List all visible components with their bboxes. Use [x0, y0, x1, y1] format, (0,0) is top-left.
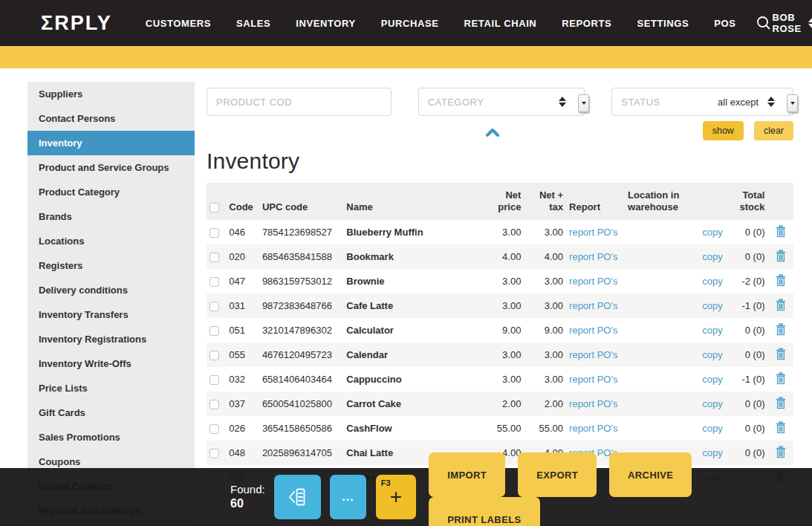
row-checkbox[interactable] [210, 400, 219, 409]
collapse-filters-icon[interactable] [207, 128, 779, 137]
row-checkbox[interactable] [210, 351, 219, 360]
stepper-icon[interactable] [559, 97, 566, 107]
nav-item-reports[interactable]: REPORTS [555, 10, 618, 36]
delete-icon[interactable] [775, 348, 787, 360]
row-checkbox[interactable] [210, 424, 219, 434]
pos-link[interactable]: PO's [597, 251, 618, 262]
sidebar-item-inventory-registrations[interactable]: Inventory Registrations [27, 327, 195, 351]
row-checkbox[interactable] [210, 449, 219, 458]
row-checkbox[interactable] [210, 375, 219, 385]
delete-icon[interactable] [775, 274, 787, 287]
pos-link[interactable]: PO's [597, 398, 618, 409]
pos-link[interactable]: PO's [597, 374, 618, 385]
sidebar-item-suppliers[interactable]: Suppliers [27, 82, 195, 106]
report-link[interactable]: report [569, 325, 594, 336]
sidebar-item-brands[interactable]: Brands [27, 204, 195, 229]
row-checkbox[interactable] [210, 253, 219, 262]
nav-item-settings[interactable]: SETTINGS [630, 10, 695, 36]
dropdown-arrow-icon[interactable] [578, 94, 589, 112]
cell-stock: 0 (0) [726, 318, 768, 342]
row-checkbox[interactable] [210, 302, 219, 311]
search-icon[interactable] [756, 15, 772, 31]
delete-icon[interactable] [775, 372, 787, 385]
sidebar-item-gift-cards[interactable]: Gift Cards [27, 400, 195, 425]
user-menu[interactable]: BOB ROSE [772, 12, 812, 34]
delete-icon[interactable] [775, 397, 787, 409]
sidebar-item-inventory-write-offs[interactable]: Inventory Write-Offs [27, 351, 195, 376]
report-link[interactable]: report [569, 276, 594, 287]
copy-link[interactable]: copy [702, 374, 722, 385]
product-code-input[interactable] [216, 97, 382, 108]
archive-button[interactable]: ARCHIVE [609, 452, 692, 497]
nav-item-customers[interactable]: CUSTOMERS [139, 10, 218, 36]
import-button[interactable]: IMPORT [429, 452, 505, 497]
copy-link[interactable]: copy [702, 227, 722, 238]
more-button[interactable]: ... [330, 475, 366, 519]
delete-icon[interactable] [775, 421, 787, 434]
col-total-stock[interactable]: Total stock [726, 183, 768, 220]
category-select[interactable]: CATEGORY [418, 88, 585, 116]
report-link[interactable]: report [569, 251, 594, 262]
col-code[interactable]: Code [226, 183, 259, 220]
sidebar-item-registers[interactable]: Registers [27, 253, 195, 278]
sidebar-item-product-and-service-groups[interactable]: Product and Service Groups [27, 155, 195, 180]
report-link[interactable]: report [569, 374, 594, 385]
copy-link[interactable]: copy [702, 300, 722, 311]
copy-link[interactable]: copy [702, 251, 722, 262]
col-report[interactable]: Report [566, 183, 625, 220]
col-net-tax[interactable]: Net + tax [524, 183, 566, 220]
dropdown-arrow-icon[interactable] [787, 94, 798, 112]
clear-button[interactable]: clear [754, 121, 793, 140]
pos-link[interactable]: PO's [597, 227, 618, 238]
sidebar-item-product-category[interactable]: Product Category [27, 180, 195, 204]
row-checkbox[interactable] [210, 277, 219, 287]
status-select[interactable]: STATUS all except [611, 88, 793, 116]
stepper-icon[interactable] [767, 97, 775, 107]
nav-item-sales[interactable]: SALES [230, 10, 277, 36]
pos-link[interactable]: PO's [597, 325, 618, 336]
nav-item-pos[interactable]: POS [707, 10, 742, 36]
report-link[interactable]: report [569, 398, 594, 409]
pos-link[interactable]: PO's [597, 300, 618, 311]
delete-icon[interactable] [775, 323, 787, 336]
col-warehouse[interactable]: Location in warehouse [625, 183, 692, 220]
delete-icon[interactable] [775, 299, 787, 311]
sidebar-item-sales-promotions[interactable]: Sales Promotions [27, 425, 195, 449]
report-link[interactable]: report [569, 349, 594, 360]
report-link[interactable]: report [569, 423, 594, 434]
show-button[interactable]: show [703, 121, 744, 140]
export-button[interactable]: EXPORT [518, 452, 597, 497]
print-labels-button[interactable]: PRINT LABELS [429, 497, 539, 526]
report-link[interactable]: report [569, 300, 594, 311]
copy-link[interactable]: copy [702, 276, 722, 287]
row-checkbox[interactable] [210, 326, 219, 336]
copy-link[interactable]: copy [702, 325, 722, 336]
copy-link[interactable]: copy [702, 423, 722, 434]
row-checkbox[interactable] [210, 228, 219, 238]
delete-icon[interactable] [775, 250, 787, 262]
sidebar-item-delivery-conditions[interactable]: Delivery conditions [27, 278, 195, 302]
select-all-checkbox[interactable] [210, 203, 219, 212]
pos-link[interactable]: PO's [597, 276, 618, 287]
delete-icon[interactable] [775, 225, 787, 238]
nav-item-retail-chain[interactable]: RETAIL CHAIN [458, 10, 544, 36]
nav-item-inventory[interactable]: INVENTORY [289, 10, 363, 36]
report-link[interactable]: report [569, 227, 594, 238]
copy-link[interactable]: copy [702, 398, 722, 409]
nav-item-purchase[interactable]: PURCHASE [374, 10, 446, 36]
product-code-field[interactable] [207, 88, 392, 116]
col-net-price[interactable]: Net price [487, 183, 524, 220]
sidebar-item-contact-persons[interactable]: Contact Persons [27, 106, 195, 131]
erply-logo[interactable]: ΣRPLY [41, 12, 112, 35]
sidebar-item-price-lists[interactable]: Price Lists [27, 376, 195, 400]
add-product-button[interactable]: F3 + [376, 475, 417, 519]
toggle-sidebar-button[interactable] [274, 475, 321, 519]
pos-link[interactable]: PO's [597, 423, 618, 434]
copy-link[interactable]: copy [702, 349, 722, 360]
col-name[interactable]: Name [343, 183, 486, 220]
sidebar-item-locations[interactable]: Locations [27, 229, 195, 253]
sidebar-item-inventory-transfers[interactable]: Inventory Transfers [27, 302, 195, 327]
col-upc[interactable]: UPC code [259, 183, 343, 220]
sidebar-item-inventory[interactable]: Inventory [27, 131, 195, 155]
pos-link[interactable]: PO's [597, 349, 618, 360]
